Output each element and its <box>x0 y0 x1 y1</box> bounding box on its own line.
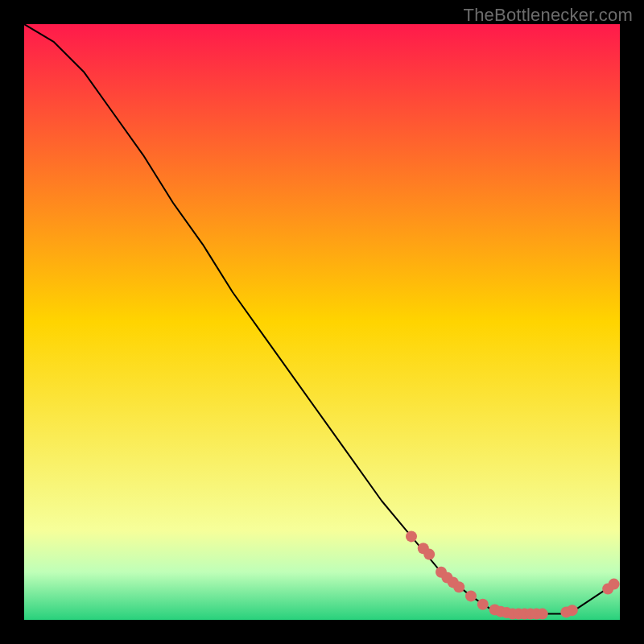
curve-marker <box>423 549 435 560</box>
chart-plot-area <box>24 24 620 620</box>
curve-marker <box>406 530 417 542</box>
curve-marker <box>465 590 477 601</box>
curve-marker <box>567 605 578 616</box>
curve-marker <box>453 581 464 592</box>
chart-frame: TheBottlenecker.com <box>0 0 644 644</box>
curve-marker <box>609 579 620 590</box>
chart-svg <box>24 24 620 620</box>
watermark-text: TheBottlenecker.com <box>464 5 633 26</box>
curve-marker <box>537 609 548 620</box>
curve-marker <box>477 599 489 610</box>
